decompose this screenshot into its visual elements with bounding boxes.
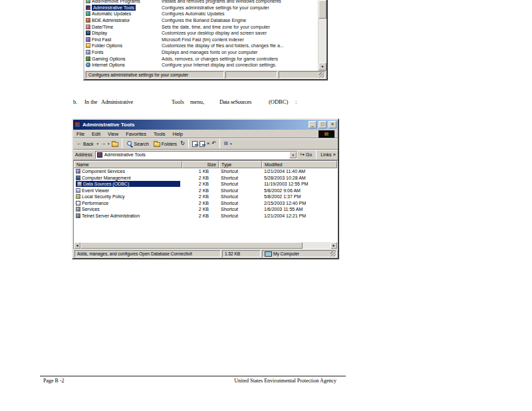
views-dropdown[interactable]: ▾ (230, 141, 232, 146)
address-dropdown[interactable]: ▾ (289, 152, 297, 158)
scroll-down-button[interactable]: ▼ (319, 63, 327, 70)
file-modified: 1/21/2004 12:21 PM (262, 213, 337, 219)
file-row-telnet-server-administration[interactable]: Telnet Server Administration 2 KB Shortc… (74, 213, 337, 219)
forward-button[interactable]: → (100, 141, 106, 146)
back-button[interactable]: ←Back (75, 140, 95, 147)
file-size: 2 KB (182, 213, 219, 219)
close-button[interactable]: × (329, 121, 336, 128)
list-item-find-fast[interactable]: Find Fast Microsoft Find Fast (tm) conte… (84, 37, 318, 43)
computer-management-icon (76, 176, 80, 180)
file-modified: 5/8/2002 9:06 AM (262, 188, 337, 194)
scrollbar-track[interactable] (319, 19, 327, 63)
data-sources-odbc-icon (77, 182, 82, 186)
date-time-icon (86, 25, 90, 29)
step-letter: b. (73, 98, 77, 106)
item-name: Internet Options (92, 62, 125, 68)
history-button[interactable]: ↻ (180, 141, 185, 146)
component-services-icon (76, 169, 80, 174)
scrollbar-track[interactable] (303, 242, 331, 249)
display-icon (86, 31, 90, 35)
file-type: Shortcut (219, 188, 262, 194)
menu-edit[interactable]: Edit (92, 131, 100, 137)
up-button[interactable] (112, 142, 118, 147)
file-row-data-sources-odbc[interactable]: Data Sources (ODBC) 2 KB Shortcut 11/19/… (74, 181, 337, 188)
delete-button[interactable]: × (207, 141, 210, 146)
scrollbar-thumb[interactable] (80, 242, 303, 249)
file-row-local-security-policy[interactable]: Local Security Policy 2 KB Shortcut 5/8/… (74, 194, 337, 200)
back-label: Back (83, 142, 94, 146)
file-row-component-services[interactable]: Component Services 1 KB Shortcut 1/21/20… (74, 168, 337, 175)
title-bar[interactable]: Administrative Tools _ □ × (73, 120, 338, 130)
column-modified[interactable]: Modified (262, 161, 337, 168)
right-arrow-icon: ► (332, 243, 336, 247)
status-text: Configures administrative settings for y… (88, 72, 188, 77)
file-row-services[interactable]: Services 2 KB Shortcut 1/6/2003 11:55 AM (74, 206, 337, 213)
caption-text: : (295, 98, 297, 106)
item-description: Configure your Internet display and conn… (162, 62, 318, 68)
copy-to-button[interactable] (200, 141, 205, 147)
vertical-scrollbar[interactable]: ▼ (318, 0, 327, 70)
minimize-button[interactable]: _ (309, 121, 317, 128)
list-item-bde-administrator[interactable]: BDE Administrator Configures the Borland… (84, 17, 318, 24)
scroll-left-button[interactable]: ◄ (74, 242, 80, 249)
list-item-display[interactable]: Display Customizes your desktop display … (84, 30, 318, 37)
list-item-folder-options[interactable]: Folder Options Customizes the display of… (84, 43, 318, 49)
file-size: 1 KB (182, 168, 219, 174)
back-dropdown[interactable]: ▾ (97, 141, 99, 146)
undo-button[interactable]: ↶ (212, 141, 217, 146)
control-panel-status-bar: Configures administrative settings for y… (84, 70, 327, 79)
folders-button[interactable]: Folders (152, 140, 178, 148)
file-type: Shortcut (219, 194, 262, 200)
search-button[interactable]: Search (126, 140, 150, 148)
column-headers: Name Size Type Modified (74, 161, 337, 168)
list-item-fonts[interactable]: Fonts Displays and manages fonts on your… (84, 49, 318, 56)
maximize-button[interactable]: □ (319, 121, 327, 128)
file-size: 2 KB (182, 181, 219, 187)
file-rows: Component Services 1 KB Shortcut 1/21/20… (74, 168, 337, 242)
address-combo[interactable]: Administrative Tools ▾ (95, 151, 297, 159)
list-item-administrative-tools[interactable]: Administrative Tools Configures administ… (84, 5, 318, 11)
menu-view[interactable]: View (108, 131, 118, 137)
status-description: Adds, manages, and configures Open Datab… (77, 251, 192, 256)
file-type: Shortcut (219, 200, 262, 206)
menu-file[interactable]: File (76, 131, 84, 137)
scroll-right-button[interactable]: ► (331, 242, 337, 249)
file-type: Shortcut (219, 181, 262, 187)
scrollbar-thumb[interactable] (319, 0, 327, 19)
horizontal-scrollbar[interactable]: ◄ ► (74, 242, 337, 249)
links-button[interactable]: Links» (321, 152, 336, 158)
forward-dropdown[interactable]: ▾ (108, 141, 110, 146)
list-item-add-remove-programs[interactable]: Add/Remove Programs Installs and removes… (84, 0, 318, 5)
caption-text: Administrative (101, 98, 133, 106)
menu-tools[interactable]: Tools (154, 131, 166, 137)
down-arrow-icon: ▼ (321, 65, 325, 68)
item-description: Sets the date, time, and time zone for y… (162, 24, 318, 30)
file-modified: 5/8/2002 1:37 PM (262, 194, 337, 200)
views-button[interactable]: ⊞ (223, 141, 228, 146)
list-item-internet-options[interactable]: Internet Options Configure your Internet… (84, 62, 318, 68)
file-row-computer-management[interactable]: Computer Management 2 KB Shortcut 5/28/2… (74, 175, 337, 182)
go-button[interactable]: ↪Go (300, 152, 312, 158)
list-item-date-time[interactable]: Date/Time Sets the date, time, and time … (84, 23, 318, 30)
footer-page-number: Page B -2 (43, 378, 65, 384)
column-type[interactable]: Type (219, 161, 262, 168)
list-item-gaming-options[interactable]: Gaming Options Adds, removes, or changes… (84, 55, 318, 62)
file-list-view: Name Size Type Modified Component Servic… (73, 160, 338, 249)
find-fast-icon (86, 37, 90, 42)
menu-favorites[interactable]: Favorites (126, 131, 146, 137)
move-to-button[interactable] (192, 141, 198, 147)
column-name[interactable]: Name (74, 161, 182, 168)
toolbar: ←Back ▾ → ▾ Search Folders ↻ × ↶ ⊞ ▾ (73, 138, 338, 150)
file-modified: 5/28/2003 10:28 AM (262, 175, 337, 181)
address-folder-icon (97, 152, 102, 158)
file-row-event-viewer[interactable]: Event Viewer 2 KB Shortcut 5/8/2002 9:06… (74, 188, 337, 194)
control-panel-window: Add/Remove Programs Installs and removes… (83, 0, 328, 80)
status-zone-panel: My Computer (262, 250, 336, 257)
item-name: Folder Options (92, 43, 122, 49)
file-row-performance[interactable]: Performance 2 KB Shortcut 2/15/2003 12:4… (74, 200, 337, 207)
file-name: Component Services (82, 168, 125, 174)
menu-help[interactable]: Help (173, 131, 183, 137)
file-name: Local Security Policy (82, 194, 125, 200)
column-size[interactable]: Size (182, 161, 219, 168)
list-item-automatic-updates[interactable]: Automatic Updates Configures Automatic U… (84, 11, 318, 17)
